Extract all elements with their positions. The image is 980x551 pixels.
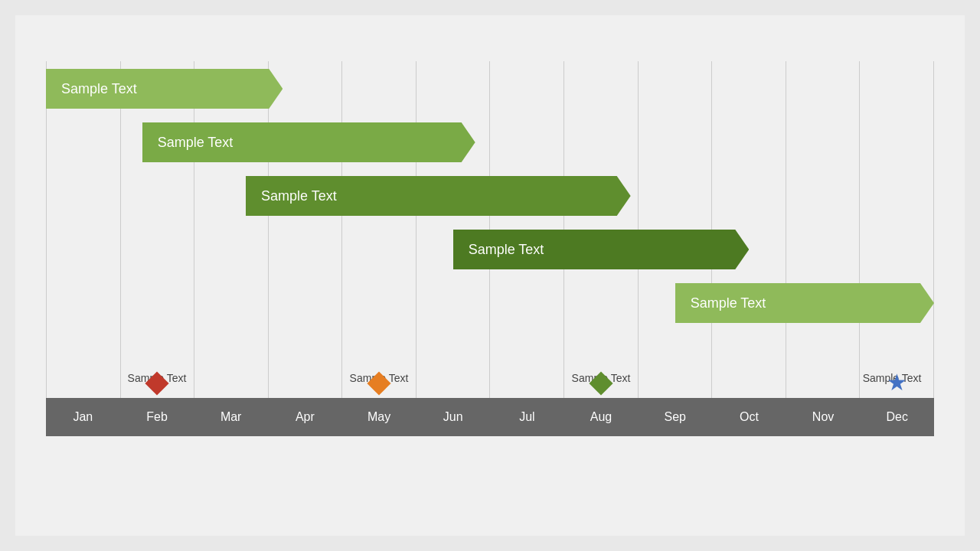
month-label: Jul	[490, 410, 564, 424]
month-label: Jan	[46, 410, 120, 424]
month-label: Nov	[786, 410, 861, 424]
milestone-star: ★	[887, 371, 907, 394]
month-label: Oct	[712, 410, 786, 424]
gantt-bars: Sample TextSample TextSample TextSample …	[46, 61, 934, 398]
month-label: Apr	[268, 410, 342, 424]
gantt-bar: Sample Text	[46, 69, 283, 109]
gantt-bar-label: Sample Text	[469, 242, 544, 258]
month-label: Aug	[564, 410, 639, 424]
month-label: Sep	[638, 410, 712, 424]
month-label: May	[342, 410, 416, 424]
slide: Sample TextSample TextSample TextSample …	[15, 15, 965, 536]
gantt-bar: Sample Text	[453, 230, 750, 269]
month-label: Feb	[120, 410, 194, 424]
gantt-bar-label: Sample Text	[158, 135, 234, 151]
month-label: Jun	[416, 410, 490, 424]
month-label: Dec	[860, 410, 934, 424]
timeline-bar: JanFebMarAprMayJunJulAugSepOctNovDec	[46, 398, 934, 436]
gantt-bar: Sample Text	[675, 283, 934, 323]
chart-area: Sample TextSample TextSample TextSample …	[46, 61, 934, 436]
gantt-bar-label: Sample Text	[691, 295, 766, 311]
gantt-bar: Sample Text	[246, 176, 631, 216]
gantt-bar-label: Sample Text	[61, 81, 137, 97]
month-label: Mar	[194, 410, 268, 424]
gantt-bar-label: Sample Text	[261, 188, 337, 204]
gantt-bar: Sample Text	[142, 122, 475, 162]
